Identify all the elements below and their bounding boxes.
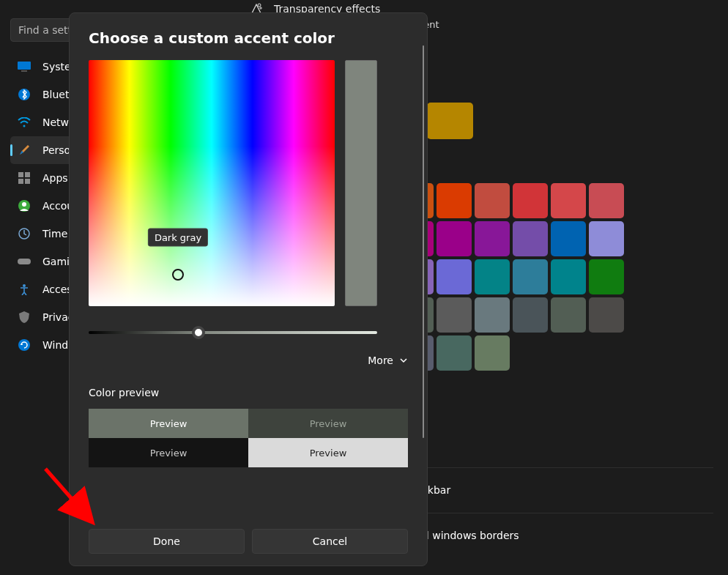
svg-rect-0: [18, 62, 31, 70]
preview-tile: Preview: [248, 438, 408, 467]
color-grid-cell[interactable]: [589, 221, 624, 256]
color-grid-cell[interactable]: [437, 221, 472, 256]
svg-point-14: [258, 4, 261, 7]
color-grid-cell[interactable]: [437, 335, 472, 371]
svg-rect-6: [18, 179, 23, 184]
clock-globe-icon: [18, 227, 31, 240]
svg-point-9: [22, 202, 26, 207]
color-grid-cell[interactable]: [589, 297, 624, 333]
person-icon: [18, 199, 31, 212]
color-grid-cell[interactable]: [513, 221, 548, 256]
color-grid-cell[interactable]: [475, 297, 510, 333]
sidebar-item-label: Acces: [42, 283, 73, 295]
color-preview-strip: [345, 60, 377, 306]
value-slider[interactable]: [89, 325, 408, 340]
preview-grid: Preview Preview Preview Preview: [89, 409, 408, 467]
color-grid-cell[interactable]: [589, 259, 624, 294]
done-button[interactable]: Done: [89, 529, 245, 554]
bluetooth-icon: [18, 88, 31, 101]
sidebar-item-label: Perso: [42, 144, 70, 156]
svg-point-12: [23, 284, 26, 287]
svg-point-15: [260, 7, 261, 9]
borders-row-label: nd windows borders: [416, 530, 519, 541]
color-grid-cell[interactable]: [551, 297, 586, 333]
wifi-icon: [18, 116, 31, 129]
chevron-down-icon: [399, 356, 408, 365]
color-grid-cell[interactable]: [551, 259, 586, 294]
slider-thumb[interactable]: [192, 326, 205, 339]
color-grid-cell[interactable]: [513, 259, 548, 294]
accessibility-icon: [18, 283, 31, 296]
sidebar-item-label: Syste: [42, 61, 71, 73]
color-grid-cell[interactable]: [513, 183, 548, 218]
svg-point-13: [18, 339, 30, 351]
svg-rect-5: [25, 172, 30, 177]
accent-swatch[interactable]: [427, 103, 473, 139]
gamepad-icon: [18, 255, 31, 268]
color-grid-cell[interactable]: [589, 183, 624, 218]
color-grid-cell[interactable]: [551, 183, 586, 218]
cancel-button[interactable]: Cancel: [252, 529, 408, 554]
color-grid-cell[interactable]: [437, 259, 472, 294]
apps-icon: [18, 171, 31, 185]
picker-area: Dark gray: [89, 60, 408, 306]
color-picker-dialog: Choose a custom accent color Dark gray M…: [69, 12, 428, 566]
slider-track: [89, 331, 377, 334]
more-button[interactable]: More: [89, 353, 408, 368]
color-grid-cell[interactable]: [475, 335, 510, 371]
color-grid-cell[interactable]: [551, 221, 586, 256]
svg-rect-1: [21, 70, 27, 72]
color-tooltip: Dark gray: [148, 229, 208, 247]
sidebar-item-label: Time: [42, 228, 67, 240]
preview-tile: Preview: [248, 409, 408, 438]
hue-sat-picker[interactable]: Dark gray: [89, 60, 335, 306]
more-label: More: [368, 355, 393, 366]
picker-cursor[interactable]: [172, 269, 184, 281]
dialog-buttons: Done Cancel: [89, 529, 408, 554]
dialog-title: Choose a custom accent color: [89, 29, 408, 47]
sync-icon: [18, 338, 31, 352]
paintbrush-icon: [18, 144, 31, 157]
svg-rect-4: [18, 172, 23, 177]
shield-icon: [18, 311, 31, 324]
color-grid-cell[interactable]: [475, 259, 510, 294]
color-grid: [398, 183, 624, 371]
color-grid-cell[interactable]: [437, 183, 472, 218]
svg-point-3: [23, 125, 26, 127]
color-grid-cell[interactable]: [475, 221, 510, 256]
sidebar-item-label: Apps: [42, 172, 68, 184]
preview-tile: Preview: [89, 438, 248, 467]
color-grid-cell[interactable]: [513, 297, 548, 333]
preview-tile: Preview: [89, 409, 248, 438]
color-grid-cell[interactable]: [475, 183, 510, 218]
search-placeholder: Find a setti: [18, 24, 75, 36]
svg-rect-11: [18, 259, 31, 264]
monitor-icon: [18, 60, 31, 73]
color-grid-cell[interactable]: [437, 297, 472, 333]
svg-rect-7: [25, 179, 30, 184]
color-preview-label: Color preview: [89, 387, 408, 398]
